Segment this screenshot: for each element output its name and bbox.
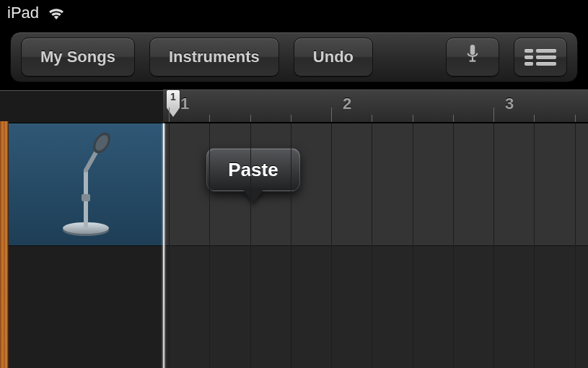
track-row-empty [163, 246, 588, 368]
my-songs-label: My Songs [40, 48, 115, 66]
instruments-button[interactable]: Instruments [149, 38, 279, 76]
ruler-bar-number: 2 [343, 95, 351, 113]
track-view-icon [525, 49, 556, 66]
track-headers [0, 123, 163, 368]
mic-stand-icon [43, 126, 129, 244]
track-header-empty [0, 246, 163, 368]
microphone-icon [463, 44, 482, 70]
playhead-line [163, 123, 164, 368]
my-songs-button[interactable]: My Songs [21, 38, 135, 76]
timeline-ruler[interactable]: 1 123 [163, 89, 588, 123]
undo-button[interactable]: Undo [294, 38, 373, 76]
paste-label: Paste [228, 159, 278, 181]
toolbar: My Songs Instruments Undo [0, 26, 588, 89]
svg-rect-0 [470, 45, 475, 55]
wifi-icon [46, 6, 66, 20]
instruments-label: Instruments [169, 48, 260, 66]
wood-edge-decor [0, 121, 9, 368]
workspace: Paste [0, 123, 588, 368]
track-view-button[interactable] [514, 38, 567, 76]
ruler-bar-number: 3 [505, 95, 514, 113]
ios-status-bar: iPad [0, 0, 588, 26]
ruler-bar-number: 1 [180, 95, 189, 113]
device-label: iPad [7, 4, 39, 22]
record-mic-button[interactable] [446, 38, 499, 76]
timeline-canvas[interactable]: Paste [163, 123, 588, 368]
svg-rect-6 [82, 194, 90, 201]
context-menu-paste[interactable]: Paste [206, 148, 300, 191]
playhead[interactable]: 1 [167, 90, 180, 109]
undo-label: Undo [313, 48, 354, 66]
track-header-1[interactable] [0, 123, 163, 246]
